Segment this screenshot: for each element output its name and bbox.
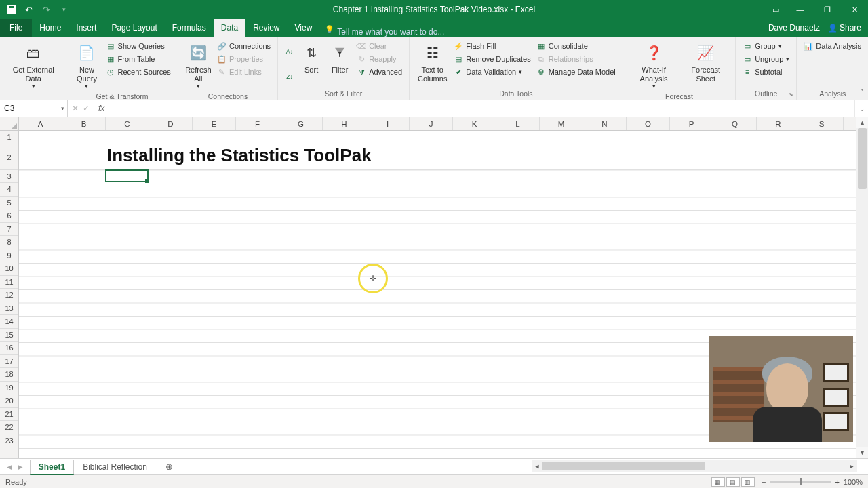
data-validation-button[interactable]: Data Validation ▾ — [452, 66, 532, 77]
refresh-all-button[interactable]: Refresh All▾ — [182, 39, 214, 92]
sort-za-button[interactable] — [283, 71, 296, 82]
hscroll-thumb[interactable] — [542, 462, 705, 470]
col-header-I[interactable]: I — [366, 117, 410, 130]
row-header-9[interactable]: 9 — [0, 249, 18, 263]
from-table-button[interactable]: ▦From Table — [104, 54, 172, 64]
row-headers[interactable]: 1234567891011121314151617181920212223 — [0, 131, 19, 458]
tab-formulas[interactable]: Formulas — [165, 19, 214, 37]
row-header-12[interactable]: 12 — [0, 289, 18, 302]
sheet-tab-sheet1[interactable]: Sheet1 — [30, 460, 74, 475]
expand-formula-bar-icon[interactable]: ⌄ — [854, 100, 868, 117]
normal-view-button[interactable]: ▦ — [711, 477, 725, 487]
manage-data-model-button[interactable]: Manage Data Model — [535, 66, 617, 77]
clear-filter-button[interactable]: Clear — [355, 41, 403, 52]
consolidate-button[interactable]: Consolidate — [535, 41, 617, 52]
close-button[interactable]: ✕ — [841, 0, 868, 19]
cell-c2-heading[interactable]: Installing the Statistics ToolPak — [107, 145, 372, 166]
row-header-11[interactable]: 11 — [0, 276, 18, 289]
col-header-D[interactable]: D — [149, 117, 193, 130]
col-header-J[interactable]: J — [410, 117, 453, 130]
file-tab[interactable]: File — [0, 19, 32, 37]
zoom-level-label[interactable]: 100% — [844, 478, 863, 486]
row-header-19[interactable]: 19 — [0, 382, 18, 395]
scroll-thumb[interactable] — [858, 128, 867, 189]
tab-scroll-left-icon[interactable]: ◄ — [5, 462, 14, 472]
tab-home[interactable]: Home — [32, 19, 68, 37]
col-header-F[interactable]: F — [236, 117, 279, 130]
zoom-out-button[interactable]: − — [762, 478, 766, 486]
edit-links-button[interactable]: Edit Links — [216, 66, 272, 77]
properties-button[interactable]: Properties — [216, 54, 272, 64]
text-to-columns-button[interactable]: Text to Columns — [414, 39, 451, 89]
col-header-B[interactable]: B — [62, 117, 106, 130]
save-icon[interactable] — [7, 5, 16, 14]
col-header-C[interactable]: C — [106, 117, 149, 130]
flash-fill-button[interactable]: Flash Fill — [452, 41, 532, 52]
remove-duplicates-button[interactable]: Remove Duplicates — [452, 54, 532, 64]
col-header-M[interactable]: M — [540, 117, 583, 130]
forecast-sheet-button[interactable]: Forecast Sheet — [680, 39, 731, 92]
row-header-7[interactable]: 7 — [0, 223, 18, 237]
insert-function-icon[interactable]: fx — [94, 100, 108, 117]
row-header-18[interactable]: 18 — [0, 368, 18, 382]
row-header-21[interactable]: 21 — [0, 408, 18, 422]
tab-page-layout[interactable]: Page Layout — [104, 19, 164, 37]
tell-me-search[interactable]: Tell me what you want to do... — [325, 27, 444, 37]
hscroll-left-icon[interactable]: ◄ — [532, 463, 542, 470]
vertical-scrollbar[interactable]: ▲ ▼ — [856, 117, 868, 458]
row-header-10[interactable]: 10 — [0, 262, 18, 276]
row-header-3[interactable]: 3 — [0, 170, 18, 184]
horizontal-scrollbar[interactable]: ◄ ► — [532, 460, 857, 472]
sheet-tab-biblical-reflection[interactable]: Biblical Reflection — [74, 460, 156, 474]
col-header-N[interactable]: N — [583, 117, 627, 130]
col-header-Q[interactable]: Q — [713, 117, 757, 130]
what-if-analysis-button[interactable]: What-If Analysis▾ — [627, 39, 681, 92]
col-header-G[interactable]: G — [279, 117, 323, 130]
user-name-label[interactable]: Dave Dunaetz — [768, 23, 820, 33]
row-header-4[interactable]: 4 — [0, 183, 18, 197]
col-header-R[interactable]: R — [757, 117, 800, 130]
col-header-P[interactable]: P — [670, 117, 713, 130]
tab-data[interactable]: Data — [214, 19, 245, 37]
advanced-filter-button[interactable]: ⧩Advanced — [355, 66, 403, 77]
col-header-E[interactable]: E — [193, 117, 236, 130]
undo-icon[interactable]: ↶ — [23, 4, 34, 15]
row-header-15[interactable]: 15 — [0, 329, 18, 342]
col-header-H[interactable]: H — [323, 117, 366, 130]
page-layout-view-button[interactable]: ▤ — [726, 477, 740, 487]
recent-sources-button[interactable]: ◷Recent Sources — [104, 66, 172, 77]
scroll-down-icon[interactable]: ▼ — [856, 447, 868, 458]
select-all-corner[interactable] — [0, 117, 19, 131]
row-header-1[interactable]: 1 — [0, 131, 18, 144]
ungroup-button[interactable]: Ungroup ▾ — [741, 54, 791, 64]
show-queries-button[interactable]: ▤Show Queries — [104, 41, 172, 52]
page-break-view-button[interactable]: ▥ — [741, 477, 755, 487]
relationships-button[interactable]: Relationships — [535, 54, 617, 64]
tab-review[interactable]: Review — [245, 19, 287, 37]
tab-scroll-right-icon[interactable]: ► — [16, 462, 24, 472]
qat-customize-icon[interactable]: ▾ — [58, 4, 69, 15]
maximize-button[interactable]: ❐ — [814, 0, 841, 19]
sort-button[interactable]: Sort — [297, 39, 326, 89]
col-header-S[interactable]: S — [800, 117, 844, 130]
new-query-button[interactable]: New Query▾ — [71, 39, 102, 92]
get-external-data-button[interactable]: Get External Data▾ — [4, 39, 62, 92]
formula-input[interactable] — [108, 100, 854, 117]
name-box[interactable]: ▾ — [0, 100, 68, 117]
fill-handle-icon[interactable] — [145, 179, 149, 183]
column-headers[interactable]: ABCDEFGHIJKLMNOPQRS — [19, 117, 856, 131]
hscroll-right-icon[interactable]: ► — [846, 463, 857, 470]
name-box-dropdown-icon[interactable]: ▾ — [61, 105, 64, 112]
tab-insert[interactable]: Insert — [68, 19, 104, 37]
share-button[interactable]: Share — [828, 23, 861, 33]
connections-button[interactable]: Connections — [216, 41, 272, 52]
row-header-5[interactable]: 5 — [0, 197, 18, 210]
scroll-up-icon[interactable]: ▲ — [856, 117, 868, 128]
row-header-14[interactable]: 14 — [0, 315, 18, 329]
row-header-23[interactable]: 23 — [0, 434, 18, 448]
minimize-button[interactable]: — — [787, 0, 814, 19]
group-button[interactable]: Group ▾ — [741, 41, 791, 52]
subtotal-button[interactable]: Subtotal — [741, 66, 791, 77]
zoom-in-button[interactable]: + — [835, 478, 839, 486]
row-header-6[interactable]: 6 — [0, 209, 18, 223]
